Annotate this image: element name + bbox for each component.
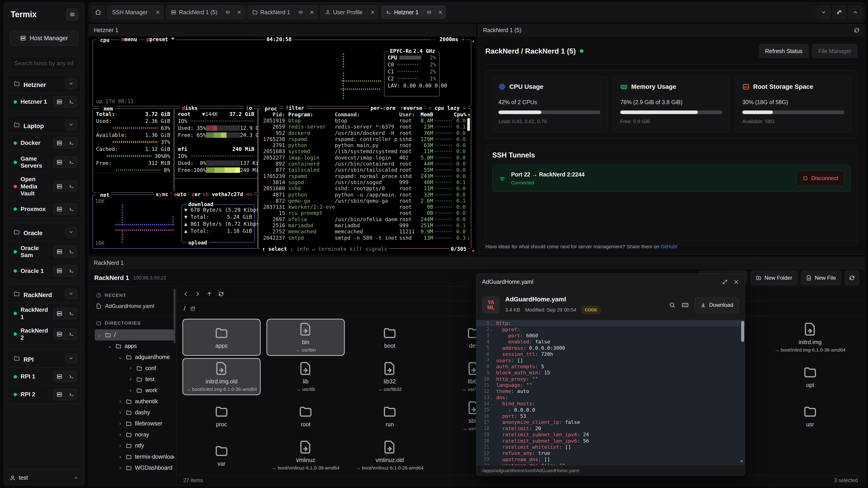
host-manager-open-button[interactable] [54,308,65,319]
tree-item[interactable]: › ntfy [95,440,174,451]
collapse-tabs-button[interactable] [817,6,830,19]
host-terminal-button[interactable] [65,329,77,339]
edit-path-icon[interactable] [190,306,196,311]
tree-item[interactable]: › noray [95,429,174,440]
file-grid-item[interactable]: lib32 → usr/lib32 [350,358,429,395]
tree-chevron-icon[interactable]: › [118,454,123,460]
tab-ssh-manager[interactable]: SSH Manager [107,5,163,19]
close-icon[interactable] [435,6,446,19]
host-manager-open-button[interactable] [54,138,65,149]
tree-chevron-icon[interactable]: ⌄ [97,332,102,338]
tree-item[interactable]: › termix-download-a... [95,451,174,462]
tree-chevron-icon[interactable]: › [118,465,123,471]
file-grid-item[interactable]: root [267,397,345,434]
process-row[interactable]: 2051680 sshd sshd: root@pts/0 root 11M 0… [258,186,471,192]
file-grid-item[interactable]: var [182,437,260,474]
code-line[interactable]: 11 language: "" [476,382,745,388]
code-line[interactable]: 18 ratelimit: 20 [476,425,745,431]
code-line[interactable]: 19 ratelimit_subnet_len_ipv4: 24 [476,431,745,437]
code-line[interactable]: 6 session_ttl: 720h [476,351,745,357]
forward-button[interactable] [195,291,200,297]
tree-item[interactable]: › filebrowser [95,418,174,429]
host-terminal-button[interactable] [65,308,77,319]
btop-preset[interactable]: preset * [149,36,175,42]
code-line[interactable]: 12 theme: auto [476,388,745,394]
tree-item[interactable]: › dashy [95,407,174,418]
btop-menu[interactable]: menu [125,36,137,42]
scroll-down-arrow[interactable]: ▼ [740,459,744,464]
tree-chevron-icon[interactable]: › [118,410,123,416]
file-grid-item[interactable]: proc [182,397,260,434]
code-line[interactable]: 2 ⌄ pprof: [476,326,745,332]
host-manager-open-button[interactable] [54,157,65,168]
host-terminal-button[interactable] [65,371,77,382]
up-button[interactable] [206,291,212,297]
host-manager-open-button[interactable] [54,389,65,400]
tools-button[interactable] [833,6,846,19]
code-line[interactable]: 1 ⌄ http: [476,320,745,326]
code-line[interactable]: 24 upstream_dns_file: "" [476,462,745,465]
host-row[interactable]: RackNerd 1 [8,303,81,324]
tree-chevron-icon[interactable]: › [118,443,123,449]
host-terminal-button[interactable] [65,157,77,168]
code-line[interactable]: 3 port: 6060 [476,332,745,339]
host-group-header[interactable]: Hetzner [8,74,81,93]
tree-chevron-icon[interactable]: ⌄ [107,343,112,349]
chevron-down-icon[interactable] [65,120,77,130]
file-grid-item[interactable]: initrd.img → boot/initrd.img-6.1.0-39-am… [771,319,849,356]
host-manager-open-button[interactable] [54,181,65,192]
code-line[interactable]: 4 enabled: false [476,339,745,345]
github-link[interactable]: GitHub! [660,244,677,250]
chevron-down-icon[interactable] [65,289,77,299]
chevron-down-icon[interactable] [65,353,77,363]
code-line[interactable]: 9 block_auth_min: 15 [476,369,745,376]
process-row[interactable]: 3814 sogod /usr/sbin/sogod 999 40M 0.1 [258,179,471,185]
host-group-header[interactable]: Oracle [8,223,81,241]
host-row[interactable]: Oracle Sam [8,241,81,262]
tree-scrollbar[interactable] [174,289,176,343]
host-terminal-button[interactable] [65,265,77,276]
host-manager-open-button[interactable] [54,371,65,382]
back-button[interactable] [183,291,189,297]
process-row[interactable]: 2037131 kworker/2:2-even root 0B 0.0 [258,204,471,210]
process-row[interactable]: 4871 python python -u /app/main. root 32… [258,192,471,198]
chevron-down-icon[interactable] [65,78,77,89]
file-manager-button[interactable]: File Manager [812,44,857,58]
host-terminal-button[interactable] [65,204,77,215]
tab-hetzner-terminal[interactable]: Hetzner 1 [381,5,446,19]
host-row[interactable]: Game Servers [8,152,81,172]
code-line[interactable]: 17 anonymize_client_ip: false [476,419,745,425]
host-manager-button[interactable]: Host Manager [10,31,79,46]
process-row[interactable]: 872 qemu-ga /usr/sbin/qemu-ga root 2.6M … [258,198,471,204]
home-tab-button[interactable] [92,6,105,19]
close-icon[interactable] [152,6,163,19]
tree-item[interactable]: ⌄ apps [95,340,174,352]
process-list[interactable]: 2051919 btop btop root 8.4M 0.0 2659 red… [258,118,471,241]
code-line[interactable]: 13 ⌄ dns: [476,394,745,400]
close-icon[interactable] [234,6,245,19]
host-terminal-button[interactable] [65,181,77,192]
split-view-icon[interactable] [295,6,306,19]
split-view-icon[interactable] [423,6,435,19]
tree-item[interactable]: ⌄ / [95,329,174,340]
proc-scrollbar[interactable] [467,118,470,131]
terminal[interactable]: ¹cpu mmenu ppreset * 04:20:58 - 2000ms +… [89,36,476,255]
process-row[interactable]: 892 containerd /usr/bin/containerd root … [258,161,471,167]
chevron-up-icon[interactable] [73,475,79,480]
code-line[interactable]: 7 users: [] [476,357,745,363]
file-grid-item[interactable]: apps [182,319,260,356]
host-row[interactable]: Open Media Vault [8,172,81,200]
host-manager-open-button[interactable] [54,329,65,339]
host-manager-open-button[interactable] [54,204,65,215]
tab-user-profile[interactable]: User Profile [320,5,379,19]
process-row[interactable]: 1765239 rspamd rspamd: normal proce sshd… [258,173,471,179]
fold-icon[interactable]: ⌄ [489,395,496,400]
keyboard-icon[interactable] [682,302,688,308]
host-terminal-button[interactable] [65,138,77,149]
scroll-up-button[interactable] [849,6,862,19]
host-row[interactable]: Proxmox [8,200,81,218]
host-manager-open-button[interactable] [54,265,65,276]
fold-icon[interactable]: ⌄ [489,321,496,325]
process-row[interactable]: 15 rcu_preempt root 0B 0.0 [258,210,471,216]
tree-chevron-icon[interactable]: › [128,387,133,393]
